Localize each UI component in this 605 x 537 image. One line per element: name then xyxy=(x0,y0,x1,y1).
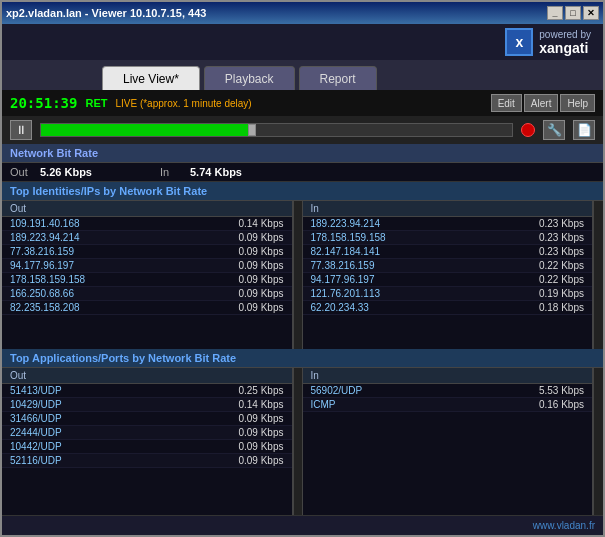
edit-button[interactable]: Edit xyxy=(491,94,522,112)
progress-thumb[interactable] xyxy=(248,124,256,136)
logo-bar: x powered by xangati xyxy=(2,24,603,60)
tab-report[interactable]: Report xyxy=(299,66,377,90)
progress-fill xyxy=(41,124,253,136)
pause-button[interactable]: ⏸ xyxy=(10,120,32,140)
bitrate-row: Out 5.26 Kbps In 5.74 Kbps xyxy=(2,163,603,182)
top-identities-panel: Out 109.191.40.168 0.14 Kbps 189.223.94.… xyxy=(2,201,603,349)
minimize-button[interactable]: _ xyxy=(547,6,563,20)
doc-icon: 📄 xyxy=(577,123,592,137)
list-item: 51413/UDP 0.25 Kbps xyxy=(2,384,292,398)
status-buttons: Edit Alert Help xyxy=(491,94,595,112)
top-apps-header: Top Applications/Ports by Network Bit Ra… xyxy=(2,349,603,368)
footer-url: www.vladan.fr xyxy=(533,520,595,531)
controls-bar: ⏸ 🔧 📄 xyxy=(2,116,603,144)
apps-out-label: Out xyxy=(2,368,292,384)
alert-button[interactable]: Alert xyxy=(524,94,559,112)
apps-out-content[interactable]: 51413/UDP 0.25 Kbps 10429/UDP 0.14 Kbps … xyxy=(2,384,292,516)
top-identities-header: Top Identities/IPs by Network Bit Rate xyxy=(2,182,603,201)
main-window: xp2.vladan.lan - Viewer 10.10.7.15, 443 … xyxy=(0,0,605,537)
time-display: 20:51:39 xyxy=(10,95,77,111)
identities-in-pane: In 189.223.94.214 0.23 Kbps 178.158.159.… xyxy=(303,201,594,349)
in-value: 5.74 Kbps xyxy=(190,166,242,178)
list-item: 109.191.40.168 0.14 Kbps xyxy=(2,217,292,231)
identities-out-content[interactable]: 109.191.40.168 0.14 Kbps 189.223.94.214 … xyxy=(2,217,292,349)
tab-live-view[interactable]: Live View* xyxy=(102,66,200,90)
identities-in-label: In xyxy=(303,201,593,217)
footer-bar: www.vladan.fr xyxy=(2,515,603,535)
window-title: xp2.vladan.lan - Viewer 10.10.7.15, 443 xyxy=(6,7,206,19)
list-item: 77.38.216.159 0.22 Kbps xyxy=(303,259,593,273)
window-controls: _ □ ✕ xyxy=(547,6,599,20)
list-item: 10442/UDP 0.09 Kbps xyxy=(2,440,292,454)
top-apps-panel: Out 51413/UDP 0.25 Kbps 10429/UDP 0.14 K… xyxy=(2,368,603,516)
xangati-icon: x xyxy=(505,28,533,56)
scrollbar-left[interactable] xyxy=(293,201,303,349)
apps-out-pane: Out 51413/UDP 0.25 Kbps 10429/UDP 0.14 K… xyxy=(2,368,293,516)
live-info: LIVE (*approx. 1 minute delay) xyxy=(115,98,251,109)
list-item: 62.20.234.33 0.18 Kbps xyxy=(303,301,593,315)
identities-in-content[interactable]: 189.223.94.214 0.23 Kbps 178.158.159.158… xyxy=(303,217,593,349)
list-item: 94.177.96.197 0.09 Kbps xyxy=(2,259,292,273)
list-item: 77.38.216.159 0.09 Kbps xyxy=(2,245,292,259)
apps-scrollbar-left[interactable] xyxy=(293,368,303,516)
list-item: 189.223.94.214 0.23 Kbps xyxy=(303,217,593,231)
list-item: 189.223.94.214 0.09 Kbps xyxy=(2,231,292,245)
tab-bar: Live View* Playback Report xyxy=(2,60,603,90)
pause-icon: ⏸ xyxy=(15,123,27,137)
wrench-icon: 🔧 xyxy=(547,123,562,137)
brand-name: xangati xyxy=(539,40,591,56)
list-item: 10429/UDP 0.14 Kbps xyxy=(2,398,292,412)
maximize-button[interactable]: □ xyxy=(565,6,581,20)
wrench-button[interactable]: 🔧 xyxy=(543,120,565,140)
apps-in-label: In xyxy=(303,368,593,384)
identities-out-label: Out xyxy=(2,201,292,217)
logo: x powered by xangati xyxy=(505,28,591,56)
status-bar: 20:51:39 RET LIVE (*approx. 1 minute del… xyxy=(2,90,603,116)
list-item: 178.158.159.158 0.09 Kbps xyxy=(2,273,292,287)
in-label: In xyxy=(160,166,180,178)
apps-in-content[interactable]: 56902/UDP 5.53 Kbps ICMP 0.16 Kbps xyxy=(303,384,593,516)
icon-letter: x xyxy=(515,34,523,50)
list-item: 178.158.159.158 0.23 Kbps xyxy=(303,231,593,245)
progress-bar[interactable] xyxy=(40,123,513,137)
list-item: 82.147.184.141 0.23 Kbps xyxy=(303,245,593,259)
close-button[interactable]: ✕ xyxy=(583,6,599,20)
logo-text: powered by xangati xyxy=(539,29,591,56)
list-item: 52116/UDP 0.09 Kbps xyxy=(2,454,292,468)
record-button[interactable] xyxy=(521,123,535,137)
list-item: ICMP 0.16 Kbps xyxy=(303,398,593,412)
title-bar: xp2.vladan.lan - Viewer 10.10.7.15, 443 … xyxy=(2,2,603,24)
tab-playback[interactable]: Playback xyxy=(204,66,295,90)
identities-out-pane: Out 109.191.40.168 0.14 Kbps 189.223.94.… xyxy=(2,201,293,349)
apps-scrollbar-right[interactable] xyxy=(593,368,603,516)
out-label: Out xyxy=(10,166,40,178)
list-item: 56902/UDP 5.53 Kbps xyxy=(303,384,593,398)
main-content: Network Bit Rate Out 5.26 Kbps In 5.74 K… xyxy=(2,144,603,515)
doc-button[interactable]: 📄 xyxy=(573,120,595,140)
list-item: 82.235.158.208 0.09 Kbps xyxy=(2,301,292,315)
scrollbar-right[interactable] xyxy=(593,201,603,349)
list-item: 31466/UDP 0.09 Kbps xyxy=(2,412,292,426)
list-item: 22444/UDP 0.09 Kbps xyxy=(2,426,292,440)
ret-label: RET xyxy=(85,97,107,109)
powered-by-text: powered by xyxy=(539,29,591,40)
list-item: 121.76.201.113 0.19 Kbps xyxy=(303,287,593,301)
network-bitrate-header: Network Bit Rate xyxy=(2,144,603,163)
out-value: 5.26 Kbps xyxy=(40,166,120,178)
list-item: 94.177.96.197 0.22 Kbps xyxy=(303,273,593,287)
apps-in-pane: In 56902/UDP 5.53 Kbps ICMP 0.16 Kbps xyxy=(303,368,594,516)
list-item: 166.250.68.66 0.09 Kbps xyxy=(2,287,292,301)
help-button[interactable]: Help xyxy=(560,94,595,112)
